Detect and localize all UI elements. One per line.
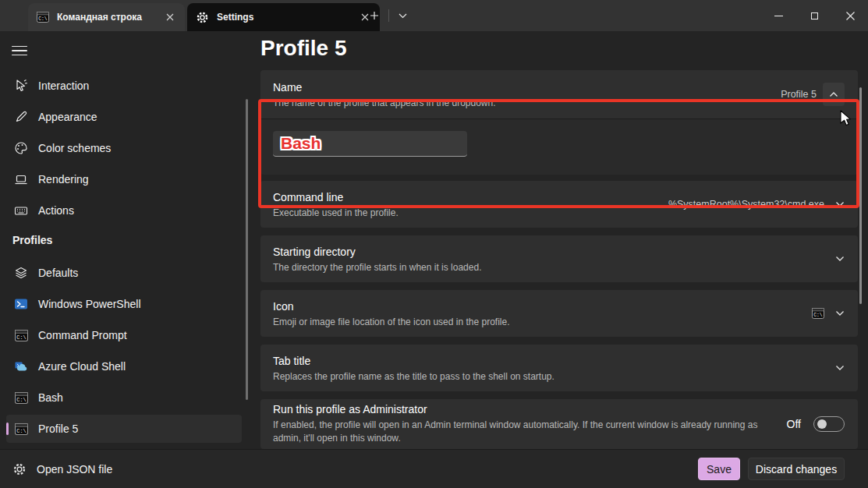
sidebar-item-label: Rendering (38, 173, 89, 186)
cmd-window-icon: C:\ (14, 422, 28, 436)
name-setting-card: Name The name of the profile that appear… (260, 70, 858, 175)
open-json-file-button[interactable]: Open JSON file (12, 462, 112, 476)
chevron-up-icon (829, 91, 838, 97)
sidebar-item-defaults[interactable]: Defaults (6, 259, 242, 287)
command-line-value: %SystemRoot%\System32\cmd.exe (668, 199, 824, 210)
admin-toggle[interactable] (813, 416, 845, 432)
gear-icon (12, 462, 27, 476)
setting-description: The directory the profile starts in when… (273, 262, 835, 273)
chevron-down-icon (835, 201, 845, 207)
sidebar-item-rendering[interactable]: Rendering (6, 165, 242, 193)
laptop-icon (14, 172, 28, 186)
profile-icon-preview: C:\ (812, 308, 824, 319)
keyboard-icon (14, 203, 28, 217)
cmd-window-icon: C:\ (37, 12, 49, 23)
setting-description: Emoji or image file location of the icon… (273, 316, 812, 327)
new-tab-button[interactable] (365, 6, 384, 25)
tab-settings[interactable]: Settings (187, 3, 380, 31)
hamburger-menu-button[interactable] (9, 41, 30, 61)
pen-icon (14, 110, 28, 124)
setting-description: Replaces the profile name as the title t… (273, 371, 835, 382)
tab-dropdown-button[interactable] (393, 6, 412, 25)
sidebar-item-label: Profile 5 (38, 423, 78, 435)
sidebar-item-label: Windows PowerShell (38, 298, 141, 310)
sidebar-item-windows-powershell[interactable]: Windows PowerShell (6, 290, 242, 318)
chevron-down-icon (835, 310, 845, 316)
setting-title: Run this profile as Administrator (273, 403, 787, 416)
setting-title: Command line (273, 191, 668, 203)
name-expander-body: Bash (260, 118, 858, 175)
azure-cloud-icon (14, 359, 28, 373)
setting-title: Starting directory (273, 246, 835, 258)
name-input[interactable]: Bash (273, 131, 467, 157)
sidebar-item-label: Appearance (38, 111, 97, 123)
titlebar: C:\ Командная строка Settings (0, 0, 868, 31)
chevron-down-icon (835, 365, 845, 371)
setting-title: Icon (273, 300, 812, 313)
svg-text:C:\: C:\ (16, 427, 26, 433)
toggle-knob (817, 419, 827, 429)
tab-command-prompt[interactable]: C:\ Командная строка (28, 3, 185, 31)
footer-bar: Open JSON file Save Discard changes (0, 449, 868, 488)
svg-text:C:\: C:\ (16, 396, 26, 402)
sidebar-item-label: Actions (38, 204, 74, 217)
tab-label: Командная строка (57, 12, 161, 23)
maximize-button[interactable] (796, 0, 832, 31)
close-button[interactable] (832, 0, 868, 31)
profiles-section-header: Profiles (12, 234, 52, 246)
cmd-window-icon: C:\ (14, 391, 28, 405)
svg-text:C:\: C:\ (16, 334, 26, 340)
mouse-pointer-icon (14, 79, 28, 93)
sidebar: Interaction Appearance Color schemes Ren… (0, 31, 251, 449)
setting-description: Executable used in the profile. (273, 207, 668, 218)
gear-icon (196, 11, 209, 24)
sidebar-item-bash[interactable]: C:\ Bash (6, 384, 242, 412)
powershell-icon (14, 297, 28, 311)
svg-text:C:\: C:\ (38, 16, 48, 22)
tab-title-row[interactable]: Tab title Replaces the profile name as t… (260, 345, 858, 391)
sidebar-item-command-prompt[interactable]: C:\ Command Prompt (6, 321, 242, 349)
tab-divider (388, 9, 389, 22)
content-scrollbar[interactable] (859, 87, 862, 304)
minimize-button[interactable] (760, 0, 796, 31)
tab-close-icon[interactable] (161, 9, 179, 26)
palette-icon (14, 141, 28, 155)
window-controls (760, 0, 868, 31)
windows-terminal-settings-window: C:\ Командная строка Settings (0, 0, 868, 488)
sidebar-item-actions[interactable]: Actions (6, 196, 242, 225)
starting-directory-row[interactable]: Starting directory The directory the pro… (260, 235, 858, 282)
collapse-button[interactable] (823, 83, 845, 106)
layers-icon (14, 266, 28, 280)
sidebar-item-appearance[interactable]: Appearance (6, 103, 242, 131)
svg-text:C:\: C:\ (813, 313, 823, 318)
toggle-state-label: Off (787, 418, 801, 430)
icon-row[interactable]: Icon Emoji or image file location of the… (260, 290, 858, 337)
sidebar-item-label: Color schemes (38, 142, 111, 154)
setting-title: Tab title (273, 355, 835, 367)
sidebar-item-interaction[interactable]: Interaction (6, 72, 242, 100)
setting-description: The name of the profile that appears in … (273, 97, 781, 108)
setting-title: Name (273, 81, 781, 94)
sidebar-item-label: Bash (38, 391, 63, 404)
sidebar-scrollbar[interactable] (246, 99, 248, 400)
page-title: Profile 5 (260, 36, 346, 61)
setting-description: If enabled, the profile will open in an … (273, 419, 772, 445)
open-json-file-label: Open JSON file (37, 463, 112, 476)
main-content: Profile 5 Name The name of the profile t… (260, 31, 858, 449)
save-button[interactable]: Save (698, 458, 740, 480)
name-input-value: Bash (281, 134, 321, 153)
sidebar-item-label: Interaction (38, 80, 89, 92)
sidebar-item-label: Azure Cloud Shell (38, 360, 126, 373)
sidebar-item-label: Defaults (38, 267, 78, 279)
run-as-admin-row: Run this profile as Administrator If ena… (260, 399, 858, 449)
command-line-row[interactable]: Command line Executable used in the prof… (260, 181, 858, 228)
sidebar-item-azure-cloud-shell[interactable]: Azure Cloud Shell (6, 352, 242, 380)
name-expander-header[interactable]: Name The name of the profile that appear… (260, 70, 858, 118)
sidebar-item-profile-5[interactable]: C:\ Profile 5 (6, 415, 242, 443)
sidebar-item-color-schemes[interactable]: Color schemes (6, 134, 242, 162)
chevron-down-icon (835, 256, 845, 262)
discard-changes-button[interactable]: Discard changes (748, 458, 845, 480)
tab-label: Settings (217, 12, 356, 23)
sidebar-item-label: Command Prompt (38, 329, 127, 341)
cmd-window-icon: C:\ (14, 328, 28, 342)
